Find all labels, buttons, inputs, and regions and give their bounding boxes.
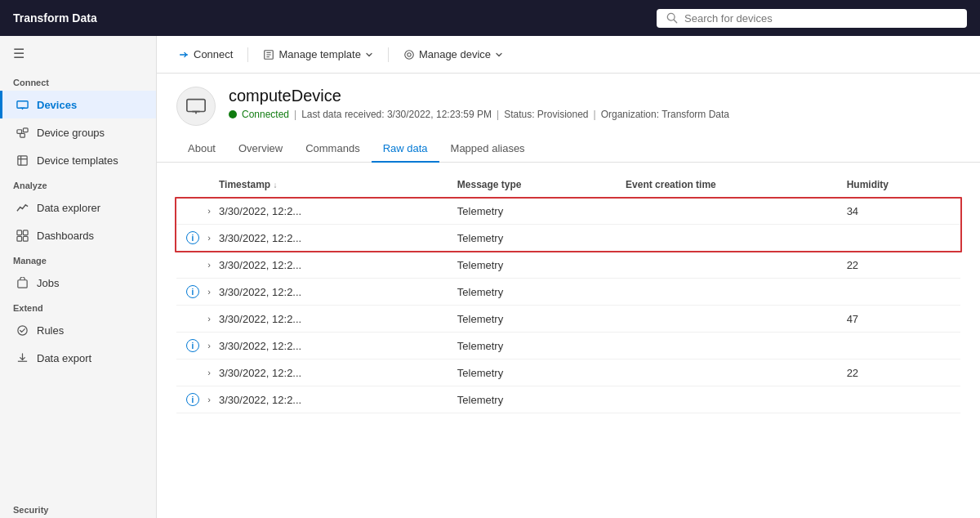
manage-device-button[interactable]: Manage device (395, 44, 511, 65)
table-head: Timestamp ↓ Message type Event creation … (176, 172, 960, 198)
manage-template-button[interactable]: Manage template (255, 44, 381, 65)
connect-button[interactable]: Connect (170, 44, 241, 65)
row-message-type: Telemetry (448, 225, 616, 252)
svg-rect-22 (187, 100, 205, 112)
row-message-type: Telemetry (448, 198, 616, 225)
table-row[interactable]: i › 3/30/2022, 12:2... Telemetry (176, 386, 960, 413)
rules-icon (16, 324, 29, 337)
sidebar-item-device-templates[interactable]: Device templates (0, 146, 156, 174)
table-row[interactable]: › 3/30/2022, 12:2... Telemetry47 (176, 306, 960, 333)
sidebar-item-data-export[interactable]: Data export (0, 344, 156, 372)
table-row[interactable]: › 3/30/2022, 12:2... Telemetry22 (176, 252, 960, 279)
table-body: › 3/30/2022, 12:2... Telemetry34 i › 3/3… (176, 198, 960, 413)
tab-raw-data[interactable]: Raw data (372, 136, 439, 163)
device-last-data: Last data received: 3/30/2022, 12:23:59 … (301, 109, 492, 120)
connect-icon (178, 49, 189, 60)
sidebar: ☰ Connect Devices Device groups Device t… (0, 36, 157, 518)
device-provisioned: Status: Provisioned (504, 109, 588, 120)
sidebar-devices-label: Devices (37, 99, 77, 111)
search-input[interactable] (684, 12, 957, 25)
row-message-type: Telemetry (448, 279, 616, 306)
device-name: computeDevice (229, 87, 960, 105)
info-icon[interactable]: i (186, 285, 199, 298)
svg-rect-6 (23, 127, 28, 132)
row-controls-cell: › 3/30/2022, 12:2... (176, 252, 448, 279)
row-timestamp: 3/30/2022, 12:2... (219, 259, 301, 271)
device-icon (176, 87, 216, 126)
row-controls-cell: i › 3/30/2022, 12:2... (176, 333, 448, 359)
row-timestamp: 3/30/2022, 12:2... (219, 313, 301, 325)
table-row[interactable]: › 3/30/2022, 12:2... Telemetry22 (176, 359, 960, 386)
row-controls-cell: › 3/30/2022, 12:2... (176, 306, 448, 333)
row-controls-cell: i › 3/30/2022, 12:2... (176, 386, 448, 413)
row-timestamp: 3/30/2022, 12:2... (219, 232, 301, 244)
svg-rect-5 (16, 129, 21, 133)
sidebar-item-dashboards[interactable]: Dashboards (0, 221, 156, 249)
table-row[interactable]: i › 3/30/2022, 12:2... Telemetry (176, 225, 960, 252)
row-humidity (837, 225, 960, 252)
row-event-time (616, 333, 837, 359)
row-humidity: 22 (837, 252, 960, 279)
row-message-type: Telemetry (448, 359, 616, 386)
row-event-time (616, 279, 837, 306)
info-icon[interactable]: i (186, 393, 199, 406)
sidebar-item-devices[interactable]: Devices (0, 91, 156, 118)
sidebar-item-data-explorer[interactable]: Data explorer (0, 194, 156, 221)
table-row[interactable]: › 3/30/2022, 12:2... Telemetry34 (176, 198, 960, 225)
row-timestamp: 3/30/2022, 12:2... (219, 286, 301, 298)
manage-template-icon (263, 49, 274, 60)
row-humidity: 34 (837, 198, 960, 225)
sidebar-dashboards-label: Dashboards (37, 230, 94, 242)
tab-overview[interactable]: Overview (227, 136, 294, 163)
device-header: computeDevice Connected | Last data rece… (157, 74, 980, 136)
hamburger-menu[interactable]: ☰ (0, 36, 156, 71)
row-controls-cell: › 3/30/2022, 12:2... (176, 198, 448, 225)
status-dot (229, 110, 237, 118)
info-icon[interactable]: i (186, 231, 199, 244)
col-timestamp[interactable]: Timestamp ↓ (176, 172, 448, 198)
main-layout: ☰ Connect Devices Device groups Device t… (0, 36, 980, 518)
row-timestamp: 3/30/2022, 12:2... (219, 367, 301, 379)
section-analyze: Analyze (0, 174, 156, 194)
expand-btn[interactable]: › (203, 231, 216, 244)
sidebar-item-rules[interactable]: Rules (0, 316, 156, 344)
sidebar-item-device-groups[interactable]: Device groups (0, 118, 156, 146)
row-humidity (837, 279, 960, 306)
expand-btn[interactable]: › (203, 285, 216, 298)
dashboards-icon (16, 229, 29, 242)
row-message-type: Telemetry (448, 333, 616, 359)
table-row[interactable]: i › 3/30/2022, 12:2... Telemetry (176, 333, 960, 359)
svg-rect-14 (23, 236, 28, 241)
row-controls-cell: i › 3/30/2022, 12:2... (176, 279, 448, 306)
svg-rect-12 (23, 230, 28, 234)
sidebar-jobs-label: Jobs (37, 277, 59, 289)
col-humidity[interactable]: Humidity (837, 172, 960, 198)
expand-btn[interactable]: › (203, 258, 216, 271)
expand-btn[interactable]: › (203, 393, 216, 406)
expand-btn[interactable]: › (203, 366, 216, 379)
expand-btn[interactable]: › (203, 339, 216, 352)
svg-rect-2 (16, 100, 27, 107)
table-container: Timestamp ↓ Message type Event creation … (157, 163, 980, 518)
row-message-type: Telemetry (448, 386, 616, 413)
search-bar[interactable] (657, 9, 967, 28)
table-wrapper: Timestamp ↓ Message type Event creation … (176, 172, 960, 413)
col-message-type[interactable]: Message type (448, 172, 616, 198)
tab-commands[interactable]: Commands (294, 136, 371, 163)
table-row[interactable]: i › 3/30/2022, 12:2... Telemetry (176, 279, 960, 306)
sidebar-item-jobs[interactable]: Jobs (0, 269, 156, 297)
section-security: Security (0, 498, 156, 518)
svg-point-21 (405, 50, 414, 59)
tab-about[interactable]: About (176, 136, 227, 163)
expand-btn[interactable]: › (203, 312, 216, 325)
expand-btn[interactable]: › (203, 204, 216, 217)
device-meta: Connected | Last data received: 3/30/202… (229, 109, 960, 120)
devices-icon (16, 98, 29, 111)
tab-mapped-aliases[interactable]: Mapped aliases (439, 136, 537, 163)
sidebar-data-export-label: Data export (37, 352, 91, 364)
sidebar-data-explorer-label: Data explorer (37, 202, 100, 214)
device-org: Organization: Transform Data (601, 109, 729, 120)
col-event-time[interactable]: Event creation time (616, 172, 837, 198)
info-icon[interactable]: i (186, 339, 199, 352)
svg-line-1 (674, 20, 677, 23)
